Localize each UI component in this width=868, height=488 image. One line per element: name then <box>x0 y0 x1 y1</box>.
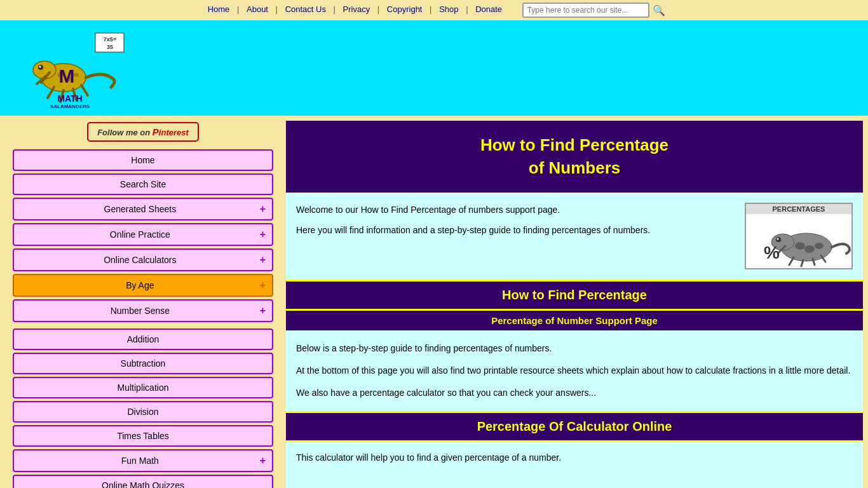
nav-link-home[interactable]: Home <box>208 4 230 14</box>
sidebar-item-number-sense[interactable]: Number Sense + <box>13 299 273 322</box>
search-container: 🔍 <box>522 3 666 18</box>
calculator-section: This calculator will help you to find a … <box>286 442 863 473</box>
plus-icon: + <box>260 203 266 215</box>
sidebar-item-times-tables[interactable]: Times Tables <box>13 425 273 447</box>
svg-point-22 <box>804 245 815 253</box>
logo-area: 7x5= 35 M MATH <box>13 27 127 109</box>
sidebar-item-by-age[interactable]: By Age + <box>13 274 273 297</box>
plus-icon: + <box>260 455 266 466</box>
plus-icon: + <box>260 229 266 240</box>
main-content: How to Find Percentage of Numbers Welcom… <box>286 121 863 488</box>
section1-header: How to Find Percentage <box>286 280 863 311</box>
svg-text:35: 35 <box>107 44 113 50</box>
pinterest-follow-button[interactable]: Follow me on Pinterest <box>87 122 199 142</box>
sidebar-item-generated-sheets[interactable]: Generated Sheets + <box>13 198 273 220</box>
svg-point-21 <box>795 242 805 250</box>
nav-separator: | <box>466 4 468 14</box>
page-title-line2: of Numbers <box>299 156 850 179</box>
sidebar: Follow me on Pinterest Home Search Site … <box>0 116 286 488</box>
nav-separator: | <box>237 4 239 14</box>
plus-icon: + <box>260 280 266 291</box>
pinterest-label: Follow me on <box>97 128 153 137</box>
percentages-graphic: % <box>746 214 851 268</box>
nav-separator: | <box>377 4 379 14</box>
sidebar-item-online-math-quizzes[interactable]: Online Math Quizzes <box>13 475 273 488</box>
page-title-line1: How to Find Percentage <box>299 133 850 156</box>
nav-separator: | <box>334 4 336 14</box>
svg-point-23 <box>815 243 824 249</box>
sidebar-item-online-calculators[interactable]: Online Calculators + <box>13 248 273 271</box>
main-wrapper: Follow me on Pinterest Home Search Site … <box>0 116 868 488</box>
sidebar-item-online-practice[interactable]: Online Practice + <box>13 223 273 246</box>
top-navigation: Home | About | Contact Us | Privacy | Co… <box>0 0 868 20</box>
search-input[interactable] <box>522 3 649 18</box>
svg-text:MATH: MATH <box>57 93 82 104</box>
nav-link-donate[interactable]: Donate <box>475 4 502 14</box>
sub-section-header: Percentage of Number Support Page <box>286 311 863 330</box>
plus-icon: + <box>260 254 266 266</box>
calculator-section-header: Percentage Of Calculator Online <box>286 411 863 442</box>
svg-text:7x5=: 7x5= <box>104 36 116 43</box>
sidebar-item-search-site[interactable]: Search Site <box>13 173 273 195</box>
sidebar-item-division[interactable]: Division <box>13 401 273 423</box>
nav-link-privacy[interactable]: Privacy <box>343 4 370 14</box>
plus-icon: + <box>260 305 266 316</box>
step-paragraph-2: At the bottom of this page you will also… <box>296 363 853 379</box>
sidebar-item-addition[interactable]: Addition <box>13 329 273 350</box>
sidebar-item-fun-math[interactable]: Fun Math + <box>13 449 273 472</box>
logo-image: 7x5= 35 M MATH <box>13 27 127 109</box>
sidebar-item-subtraction[interactable]: Subtraction <box>13 353 273 374</box>
sidebar-item-home[interactable]: Home <box>13 149 273 171</box>
svg-point-26 <box>777 238 779 240</box>
image-label: PERCENTAGES <box>746 204 851 214</box>
how-to-section: Below is a step-by-step guide to finding… <box>286 330 863 412</box>
step-paragraph-3: We also have a percentage calculator so … <box>296 385 853 401</box>
search-button[interactable]: 🔍 <box>653 4 665 17</box>
page-title-box: How to Find Percentage of Numbers <box>286 121 863 193</box>
site-header: 7x5= 35 M MATH <box>0 20 868 116</box>
percentages-image: PERCENTAGES <box>745 203 853 269</box>
calc-paragraph-1: This calculator will help you to find a … <box>296 452 853 463</box>
nav-link-shop[interactable]: Shop <box>439 4 458 14</box>
svg-text:M: M <box>59 65 75 86</box>
intro-paragraph-1: Welcome to our How to Find Percentage of… <box>296 203 735 217</box>
svg-text:SALAMANDERS: SALAMANDERS <box>50 104 90 109</box>
nav-link-contact[interactable]: Contact Us <box>285 4 326 14</box>
nav-link-about[interactable]: About <box>247 4 268 14</box>
intro-paragraph-2: Here you will find information and a ste… <box>296 223 735 237</box>
step-paragraph-1: Below is a step-by-step guide to finding… <box>296 341 853 356</box>
intro-section: Welcome to our How to Find Percentage of… <box>286 193 863 280</box>
intro-text: Welcome to our How to Find Percentage of… <box>296 203 735 269</box>
nav-separator: | <box>430 4 431 14</box>
nav-separator: | <box>276 4 278 14</box>
nav-link-copyright[interactable]: Copyright <box>387 4 423 14</box>
sidebar-item-multiplication[interactable]: Multiplication <box>13 377 273 398</box>
svg-text:%: % <box>764 243 780 262</box>
svg-point-6 <box>39 66 41 68</box>
